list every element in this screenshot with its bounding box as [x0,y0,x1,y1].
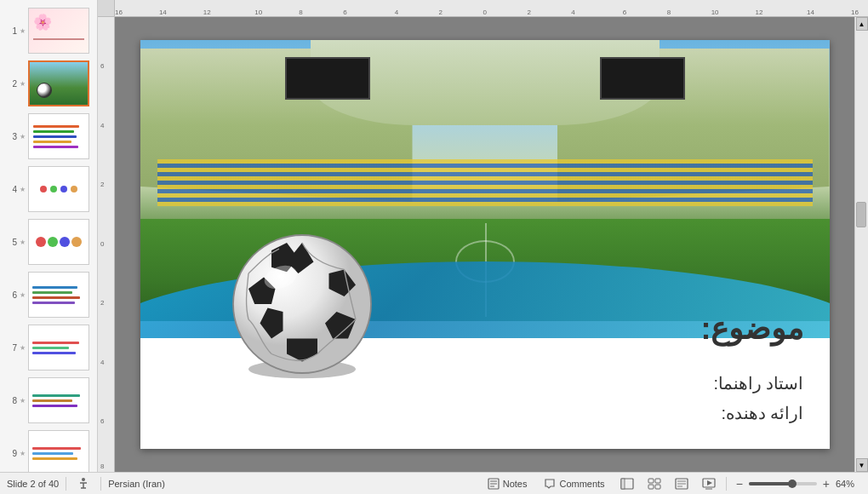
scrollbar-right: ▲ ▼ [854,17,868,472]
slide-thumb-wrapper-5 [28,219,89,265]
zoom-slider[interactable] [749,482,817,485]
zoom-slider-fill [749,482,792,485]
notes-icon [488,478,500,490]
slide-thumb-2 [30,62,88,105]
slide-thumb-4 [29,167,89,211]
scroll-thumb[interactable] [856,202,866,227]
slide-number-3: 3 [3,132,17,141]
content-with-ruler: 6 4 2 0 2 4 6 8 [98,17,868,472]
language-label: Persian (Iran) [108,479,165,489]
slide-item-4[interactable]: 4 ★ [0,163,97,215]
slide-star-4: ★ [20,186,26,193]
slide-thumb-wrapper-2 [28,60,89,106]
slide-star-8: ★ [20,397,26,405]
main-editing-area: 16 14 12 10 8 6 4 2 0 2 4 6 8 10 12 14 1… [98,0,868,472]
notes-button[interactable]: Notes [484,476,531,491]
reading-view-icon [675,478,688,490]
svg-rect-19 [648,485,654,489]
soccer-ball [226,227,379,381]
slide-thumb-1 [29,9,89,53]
svg-point-10 [82,478,85,481]
svg-rect-20 [655,485,660,489]
slide-sorter-button[interactable] [644,476,665,491]
slide-presenter-label[interactable]: ارائه دهنده: [721,403,803,423]
slide-item-5[interactable]: 5 ★ [0,215,97,268]
slide-thumb-8 [29,378,89,422]
accessibility-button[interactable] [73,475,94,492]
comments-icon [544,478,556,490]
slide-star-5: ★ [20,238,26,246]
comments-label: Comments [559,479,604,489]
slide-item-9[interactable]: 9 ★ [0,427,97,472]
zoom-control: − + 64% [734,477,861,491]
slide-thumb-wrapper-4 [28,166,89,212]
slide-star-7: ★ [20,344,26,352]
scroll-track[interactable] [856,31,868,458]
slide-sorter-icon [648,478,661,490]
slide-thumb-5 [29,220,89,264]
slide-number-2: 2 [3,79,17,89]
slide-panel: 1 ★ 2 ★ 3 ★ [0,0,98,472]
slide-number-6: 6 [3,290,17,300]
svg-rect-18 [655,479,660,483]
ruler-left: 6 4 2 0 2 4 6 8 [98,17,115,472]
slideshow-button[interactable] [699,476,719,491]
slide-number-5: 5 [3,238,17,247]
notes-label: Notes [503,479,528,489]
slideshow-icon [702,478,716,490]
slide-item-2[interactable]: 2 ★ [0,57,97,110]
slide-item-8[interactable]: 8 ★ [0,374,97,427]
zoom-percent[interactable]: 64% [836,479,861,489]
slide-item-3[interactable]: 3 ★ [0,110,97,163]
slide-thumb-3 [29,114,89,158]
svg-rect-16 [621,479,625,489]
slide-star-9: ★ [20,450,26,457]
zoom-slider-thumb[interactable] [788,480,797,488]
slide-subject[interactable]: موضوع: [701,311,804,347]
slide-number-4: 4 [3,185,17,194]
slide-thumb-6 [29,273,89,317]
status-divider-3 [726,477,727,491]
reading-view-button[interactable] [671,476,692,491]
slide-number-9: 9 [3,449,17,458]
slide-star-2: ★ [20,80,26,88]
slide-count: Slide 2 of 40 [7,479,59,489]
comments-button[interactable]: Comments [540,476,608,491]
slide-item-7[interactable]: 7 ★ [0,321,97,374]
slide-thumb-wrapper-7 [28,325,89,370]
slide-canvas: موضوع: استاد راهنما: ارائه دهنده: [140,40,830,449]
slide-thumb-wrapper-6 [28,272,89,318]
slide-star-1: ★ [20,27,26,35]
svg-marker-26 [707,480,712,485]
app-container: 1 ★ 2 ★ 3 ★ [0,0,868,472]
status-divider-2 [100,477,101,491]
slide-number-1: 1 [3,26,17,36]
slide-thumb-wrapper-1 [28,8,89,54]
svg-rect-17 [648,479,654,483]
scroll-up-button[interactable]: ▲ [856,17,868,31]
slide-star-6: ★ [20,291,26,299]
slide-star-3: ★ [20,133,26,141]
normal-view-button[interactable] [617,476,637,491]
slide-canvas-area[interactable]: موضوع: استاد راهنما: ارائه دهنده: [115,17,854,472]
slide-thumb-wrapper-3 [28,113,89,159]
status-left: Slide 2 of 40 Persian (Iran) [7,475,476,492]
scroll-down-button[interactable]: ▼ [856,458,868,472]
slide-number-8: 8 [3,396,17,405]
status-right: − + 64% [617,476,861,491]
zoom-plus-button[interactable]: + [820,477,832,491]
status-divider-1 [66,477,66,491]
ruler-top-content: 16 14 12 10 8 6 4 2 0 2 4 6 8 10 12 14 1… [115,0,851,16]
slide-item-6[interactable]: 6 ★ [0,268,97,321]
slide-thumb-7 [29,325,89,370]
status-bar: Slide 2 of 40 Persian (Iran) Notes [0,472,868,494]
status-center: Notes Comments [484,476,608,491]
normal-view-icon [620,478,634,490]
slide-thumb-wrapper-8 [28,377,89,423]
slide-instructor-label[interactable]: استاد راهنما: [713,373,803,393]
slide-item-1[interactable]: 1 ★ [0,4,97,57]
accessibility-icon [77,477,90,491]
zoom-minus-button[interactable]: − [734,477,745,491]
slide-thumb-wrapper-9 [28,430,89,472]
slide-number-7: 7 [3,343,17,353]
